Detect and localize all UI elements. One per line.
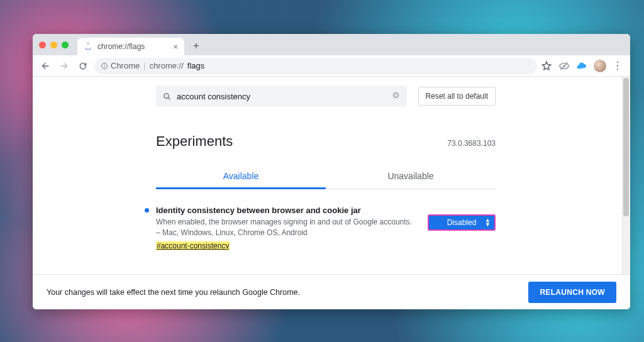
svg-point-5 (164, 93, 169, 98)
flags-search-input[interactable] (177, 92, 386, 101)
tab-strip: chrome://flags × + (33, 34, 630, 55)
dropdown-arrows-icon: ▲▼ (485, 218, 491, 227)
info-icon (101, 62, 108, 70)
relaunch-button[interactable]: RELAUNCH NOW (528, 282, 616, 303)
toolbar: Chrome | chrome://flags ⋮ (33, 55, 630, 77)
search-icon (162, 92, 172, 101)
back-button[interactable] (38, 58, 53, 74)
clear-search-icon[interactable] (391, 91, 401, 102)
reload-button[interactable] (75, 58, 91, 74)
page-title: Experiments (156, 133, 233, 150)
tab-title: chrome://flags (97, 42, 145, 51)
chrome-window: chrome://flags × + Chrome | chrome://fla… (33, 34, 630, 309)
maximize-window-dot[interactable] (62, 41, 69, 48)
star-icon[interactable] (541, 60, 552, 72)
address-bar[interactable]: Chrome | chrome://flags (94, 58, 537, 74)
changed-indicator-dot (145, 208, 149, 212)
window-controls (39, 34, 77, 55)
flags-search-box[interactable] (156, 86, 407, 107)
flask-icon (84, 42, 92, 51)
svg-line-6 (168, 97, 170, 99)
flag-title: Identity consistency between browser and… (156, 206, 416, 215)
svg-rect-1 (104, 65, 105, 67)
cloud-icon[interactable] (576, 60, 587, 72)
minimize-window-dot[interactable] (50, 41, 57, 48)
forward-button[interactable] (57, 58, 72, 74)
tab-unavailable[interactable]: Unavailable (326, 165, 496, 189)
omnibox-divider: | (143, 61, 145, 70)
toolbar-right: ⋮ (541, 60, 625, 72)
content-area: Reset all to default Experiments 73.0.36… (33, 77, 630, 309)
menu-kebab-icon[interactable]: ⋮ (613, 60, 623, 72)
tab-available[interactable]: Available (156, 165, 326, 189)
banner-text: Your changes will take effect the next t… (47, 288, 300, 297)
profile-avatar[interactable] (594, 60, 606, 72)
close-window-dot[interactable] (39, 41, 46, 48)
extension-eye-icon[interactable] (558, 60, 570, 72)
tab-close-icon[interactable]: × (173, 43, 178, 51)
flag-row: Identity consistency between browser and… (156, 206, 496, 251)
browser-tab[interactable]: chrome://flags × (77, 38, 184, 55)
version-label: 73.0.3683.103 (447, 139, 496, 148)
flag-description: When enabled, the browser manages signin… (156, 217, 416, 239)
url-prefix: chrome:// (150, 61, 184, 70)
reset-all-button[interactable]: Reset all to default (418, 87, 496, 106)
flags-tabs: Available Unavailable (156, 165, 496, 189)
secure-chip: Chrome (101, 61, 140, 70)
flag-status-value: Disabled (447, 218, 477, 227)
new-tab-button[interactable]: + (188, 38, 204, 54)
flag-status-dropdown[interactable]: Disabled ▲▼ (428, 214, 496, 231)
relaunch-banner: Your changes will take effect the next t… (33, 274, 630, 309)
svg-rect-2 (104, 64, 105, 65)
flag-anchor-link[interactable]: #account-consistency (156, 241, 230, 250)
secure-label: Chrome (111, 61, 140, 70)
url-path: flags (187, 61, 204, 70)
search-row: Reset all to default (156, 86, 496, 107)
scrollbar-thumb[interactable] (623, 78, 629, 216)
